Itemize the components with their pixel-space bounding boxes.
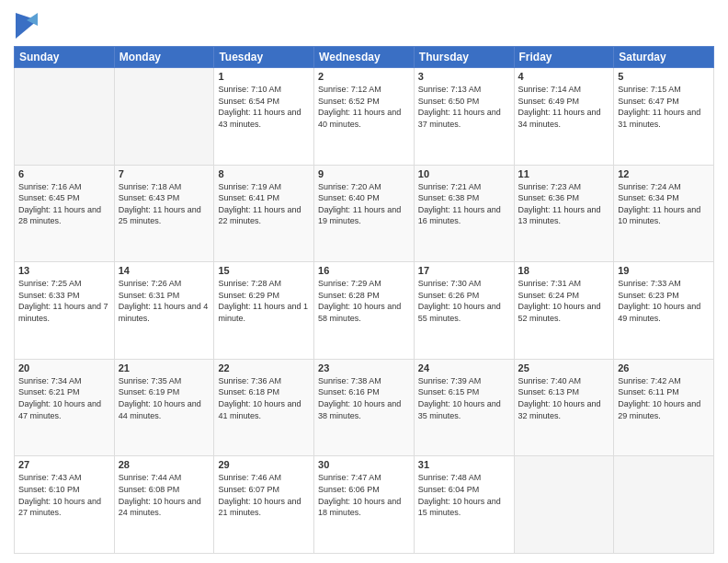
- day-info: Sunrise: 7:14 AMSunset: 6:49 PMDaylight:…: [518, 84, 610, 130]
- day-number: 6: [18, 168, 110, 179]
- calendar-cell: 13Sunrise: 7:25 AMSunset: 6:33 PMDayligh…: [15, 262, 115, 360]
- day-info: Sunrise: 7:44 AMSunset: 6:08 PMDaylight:…: [119, 472, 210, 518]
- day-number: 29: [218, 459, 310, 470]
- day-info: Sunrise: 7:23 AMSunset: 6:36 PMDaylight:…: [518, 181, 610, 227]
- calendar-week-2: 13Sunrise: 7:25 AMSunset: 6:33 PMDayligh…: [15, 262, 714, 360]
- calendar-cell: 29Sunrise: 7:46 AMSunset: 6:07 PMDayligh…: [214, 456, 314, 554]
- calendar-cell: 17Sunrise: 7:30 AMSunset: 6:26 PMDayligh…: [414, 262, 514, 360]
- day-number: 8: [218, 168, 310, 179]
- day-info: Sunrise: 7:35 AMSunset: 6:19 PMDaylight:…: [119, 375, 210, 421]
- day-number: 26: [618, 362, 710, 373]
- day-number: 11: [518, 168, 610, 179]
- day-info: Sunrise: 7:48 AMSunset: 6:04 PMDaylight:…: [418, 472, 510, 518]
- logo: [14, 13, 42, 39]
- calendar-cell: 14Sunrise: 7:26 AMSunset: 6:31 PMDayligh…: [114, 262, 214, 360]
- day-number: 17: [418, 265, 510, 276]
- day-number: 30: [318, 459, 410, 470]
- calendar-cell: 6Sunrise: 7:16 AMSunset: 6:45 PMDaylight…: [15, 165, 115, 262]
- calendar-cell: 7Sunrise: 7:18 AMSunset: 6:43 PMDaylight…: [114, 165, 214, 262]
- calendar-cell: 2Sunrise: 7:12 AMSunset: 6:52 PMDaylight…: [314, 68, 415, 166]
- day-info: Sunrise: 7:38 AMSunset: 6:16 PMDaylight:…: [318, 375, 410, 421]
- calendar-week-1: 6Sunrise: 7:16 AMSunset: 6:45 PMDaylight…: [15, 165, 714, 262]
- calendar-cell: 4Sunrise: 7:14 AMSunset: 6:49 PMDaylight…: [514, 68, 614, 166]
- calendar-week-3: 20Sunrise: 7:34 AMSunset: 6:21 PMDayligh…: [15, 359, 714, 456]
- day-number: 2: [318, 71, 410, 82]
- calendar-week-4: 27Sunrise: 7:43 AMSunset: 6:10 PMDayligh…: [15, 456, 714, 554]
- calendar-cell: 21Sunrise: 7:35 AMSunset: 6:19 PMDayligh…: [114, 359, 214, 456]
- calendar-header-friday: Friday: [514, 47, 614, 68]
- day-number: 23: [318, 362, 410, 373]
- day-number: 16: [318, 265, 410, 276]
- calendar-cell: 8Sunrise: 7:19 AMSunset: 6:41 PMDaylight…: [214, 165, 314, 262]
- calendar-cell: 12Sunrise: 7:24 AMSunset: 6:34 PMDayligh…: [614, 165, 714, 262]
- day-number: 25: [518, 362, 610, 373]
- day-info: Sunrise: 7:12 AMSunset: 6:52 PMDaylight:…: [318, 84, 410, 130]
- day-info: Sunrise: 7:40 AMSunset: 6:13 PMDaylight:…: [518, 375, 610, 421]
- calendar-header-wednesday: Wednesday: [314, 47, 415, 68]
- day-info: Sunrise: 7:43 AMSunset: 6:10 PMDaylight:…: [18, 472, 110, 518]
- day-info: Sunrise: 7:15 AMSunset: 6:47 PMDaylight:…: [618, 84, 710, 130]
- calendar-cell: 26Sunrise: 7:42 AMSunset: 6:11 PMDayligh…: [614, 359, 714, 456]
- calendar-cell: 20Sunrise: 7:34 AMSunset: 6:21 PMDayligh…: [15, 359, 115, 456]
- calendar-header-saturday: Saturday: [614, 47, 714, 68]
- day-number: 24: [418, 362, 510, 373]
- day-info: Sunrise: 7:39 AMSunset: 6:15 PMDaylight:…: [418, 375, 510, 421]
- day-number: 1: [218, 71, 310, 82]
- day-number: 28: [119, 459, 210, 470]
- calendar-cell: 10Sunrise: 7:21 AMSunset: 6:38 PMDayligh…: [414, 165, 514, 262]
- calendar-cell: 31Sunrise: 7:48 AMSunset: 6:04 PMDayligh…: [414, 456, 514, 554]
- day-number: 20: [18, 362, 110, 373]
- day-number: 18: [518, 265, 610, 276]
- day-number: 5: [618, 71, 710, 82]
- calendar-cell: 24Sunrise: 7:39 AMSunset: 6:15 PMDayligh…: [414, 359, 514, 456]
- calendar-header-monday: Monday: [114, 47, 214, 68]
- calendar-header-row: SundayMondayTuesdayWednesdayThursdayFrid…: [15, 47, 714, 68]
- day-number: 21: [119, 362, 210, 373]
- day-info: Sunrise: 7:30 AMSunset: 6:26 PMDaylight:…: [418, 278, 510, 324]
- day-number: 10: [418, 168, 510, 179]
- calendar-header-thursday: Thursday: [414, 47, 514, 68]
- day-info: Sunrise: 7:10 AMSunset: 6:54 PMDaylight:…: [218, 84, 310, 130]
- day-info: Sunrise: 7:34 AMSunset: 6:21 PMDaylight:…: [18, 375, 110, 421]
- day-info: Sunrise: 7:29 AMSunset: 6:28 PMDaylight:…: [318, 278, 410, 324]
- calendar-cell: [614, 456, 714, 554]
- day-info: Sunrise: 7:47 AMSunset: 6:06 PMDaylight:…: [318, 472, 410, 518]
- day-info: Sunrise: 7:21 AMSunset: 6:38 PMDaylight:…: [418, 181, 510, 227]
- calendar-cell: 23Sunrise: 7:38 AMSunset: 6:16 PMDayligh…: [314, 359, 415, 456]
- header: [14, 9, 714, 39]
- calendar-cell: 1Sunrise: 7:10 AMSunset: 6:54 PMDaylight…: [214, 68, 314, 166]
- calendar-cell: 25Sunrise: 7:40 AMSunset: 6:13 PMDayligh…: [514, 359, 614, 456]
- day-number: 22: [218, 362, 310, 373]
- day-number: 13: [18, 265, 110, 276]
- calendar-cell: 15Sunrise: 7:28 AMSunset: 6:29 PMDayligh…: [214, 262, 314, 360]
- calendar-table: SundayMondayTuesdayWednesdayThursdayFrid…: [14, 46, 714, 554]
- calendar-cell: 16Sunrise: 7:29 AMSunset: 6:28 PMDayligh…: [314, 262, 415, 360]
- day-info: Sunrise: 7:16 AMSunset: 6:45 PMDaylight:…: [18, 181, 110, 227]
- calendar-header-sunday: Sunday: [15, 47, 115, 68]
- calendar-cell: [15, 68, 115, 166]
- calendar-cell: [114, 68, 214, 166]
- day-info: Sunrise: 7:36 AMSunset: 6:18 PMDaylight:…: [218, 375, 310, 421]
- day-number: 7: [119, 168, 210, 179]
- calendar-cell: 27Sunrise: 7:43 AMSunset: 6:10 PMDayligh…: [15, 456, 115, 554]
- logo-icon: [16, 13, 38, 39]
- day-info: Sunrise: 7:25 AMSunset: 6:33 PMDaylight:…: [18, 278, 110, 324]
- day-info: Sunrise: 7:20 AMSunset: 6:40 PMDaylight:…: [318, 181, 410, 227]
- day-info: Sunrise: 7:24 AMSunset: 6:34 PMDaylight:…: [618, 181, 710, 227]
- day-info: Sunrise: 7:26 AMSunset: 6:31 PMDaylight:…: [119, 278, 210, 324]
- day-number: 12: [618, 168, 710, 179]
- day-info: Sunrise: 7:42 AMSunset: 6:11 PMDaylight:…: [618, 375, 710, 421]
- calendar-header-tuesday: Tuesday: [214, 47, 314, 68]
- calendar-cell: 3Sunrise: 7:13 AMSunset: 6:50 PMDaylight…: [414, 68, 514, 166]
- calendar-cell: 30Sunrise: 7:47 AMSunset: 6:06 PMDayligh…: [314, 456, 415, 554]
- day-info: Sunrise: 7:28 AMSunset: 6:29 PMDaylight:…: [218, 278, 310, 324]
- day-number: 14: [119, 265, 210, 276]
- day-number: 27: [18, 459, 110, 470]
- day-number: 3: [418, 71, 510, 82]
- day-number: 9: [318, 168, 410, 179]
- day-info: Sunrise: 7:33 AMSunset: 6:23 PMDaylight:…: [618, 278, 710, 324]
- page: SundayMondayTuesdayWednesdayThursdayFrid…: [0, 0, 728, 563]
- day-number: 15: [218, 265, 310, 276]
- calendar-cell: 11Sunrise: 7:23 AMSunset: 6:36 PMDayligh…: [514, 165, 614, 262]
- calendar-cell: 9Sunrise: 7:20 AMSunset: 6:40 PMDaylight…: [314, 165, 415, 262]
